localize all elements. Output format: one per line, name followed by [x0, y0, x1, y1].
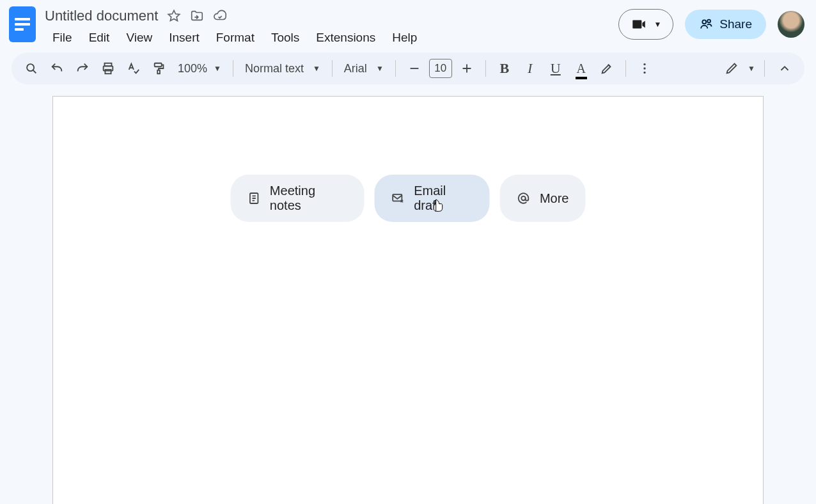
chip-more[interactable]: More	[500, 175, 586, 222]
document-icon	[247, 191, 261, 205]
menu-insert[interactable]: Insert	[161, 29, 207, 46]
separator	[485, 60, 486, 77]
email-icon	[391, 191, 405, 205]
text-color-button[interactable]: A	[570, 58, 592, 79]
share-label: Share	[719, 17, 752, 31]
svg-point-13	[522, 196, 526, 200]
svg-point-8	[643, 63, 645, 65]
more-tools-icon[interactable]	[634, 58, 655, 79]
chevron-down-icon: ▼	[376, 64, 384, 73]
decrease-font-size-icon[interactable]	[404, 58, 425, 79]
menu-tools[interactable]: Tools	[263, 29, 307, 46]
font-size-input[interactable]: 10	[429, 59, 452, 78]
menu-view[interactable]: View	[118, 29, 160, 46]
zoom-value: 100%	[178, 62, 207, 75]
chevron-down-icon: ▼	[313, 64, 320, 73]
svg-rect-6	[155, 63, 162, 67]
toolbar: 100% ▼ Normal text ▼ Arial ▼ 10 B I U A …	[12, 52, 804, 84]
menu-file[interactable]: File	[45, 29, 80, 46]
paragraph-style-dropdown[interactable]: Normal text ▼	[241, 62, 324, 75]
font-dropdown[interactable]: Arial ▼	[340, 62, 388, 75]
svg-point-0	[703, 20, 707, 24]
svg-point-10	[643, 72, 645, 74]
zoom-dropdown[interactable]: 100% ▼	[174, 62, 225, 75]
svg-rect-7	[157, 70, 160, 74]
highlight-button[interactable]	[596, 58, 618, 79]
print-icon[interactable]	[97, 58, 119, 79]
svg-point-9	[643, 67, 645, 69]
separator	[764, 60, 765, 77]
menu-edit[interactable]: Edit	[81, 29, 118, 46]
paragraph-style-value: Normal text	[245, 62, 304, 75]
move-folder-icon[interactable]	[190, 9, 204, 23]
at-icon	[517, 191, 531, 205]
paint-format-icon[interactable]	[148, 58, 170, 79]
svg-point-2	[27, 64, 34, 71]
svg-rect-12	[393, 194, 402, 201]
chevron-down-icon[interactable]: ▼	[748, 64, 755, 73]
cloud-status-icon[interactable]	[213, 9, 227, 23]
separator	[233, 60, 233, 77]
italic-button[interactable]: I	[519, 58, 541, 79]
menu-help[interactable]: Help	[384, 29, 425, 46]
meet-button[interactable]: ▼	[618, 9, 673, 40]
redo-icon[interactable]	[72, 58, 93, 79]
document-page[interactable]: Meeting notes Email draft More	[52, 96, 764, 504]
document-title[interactable]: Untitled document	[45, 8, 158, 24]
separator	[395, 60, 396, 77]
chip-label: Email draft	[414, 184, 473, 213]
docs-app-icon[interactable]	[9, 6, 36, 42]
collapse-toolbar-icon[interactable]	[774, 58, 796, 79]
share-button[interactable]: Share	[685, 10, 766, 39]
spellcheck-icon[interactable]	[123, 58, 145, 79]
editing-mode-button[interactable]	[721, 58, 742, 79]
template-chips: Meeting notes Email draft More	[231, 175, 586, 222]
chevron-down-icon: ▼	[214, 64, 221, 73]
chip-meeting-notes[interactable]: Meeting notes	[231, 175, 365, 222]
chip-label: Meeting notes	[270, 184, 348, 213]
chip-email-draft[interactable]: Email draft	[375, 175, 490, 222]
bold-button[interactable]: B	[494, 58, 515, 79]
menu-extensions[interactable]: Extensions	[308, 29, 383, 46]
chip-label: More	[540, 191, 569, 206]
separator	[332, 60, 333, 77]
font-value: Arial	[344, 62, 367, 75]
increase-font-size-icon[interactable]	[456, 58, 478, 79]
menu-bar: File Edit View Insert Format Tools Exten…	[45, 29, 425, 46]
account-avatar[interactable]	[778, 11, 804, 38]
underline-button[interactable]: U	[545, 58, 567, 79]
menu-format[interactable]: Format	[208, 29, 262, 46]
chevron-down-icon: ▼	[654, 20, 661, 29]
undo-icon[interactable]	[46, 58, 68, 79]
svg-point-1	[707, 20, 710, 23]
separator	[625, 60, 626, 77]
search-icon[interactable]	[20, 58, 42, 79]
star-icon[interactable]	[167, 9, 181, 23]
